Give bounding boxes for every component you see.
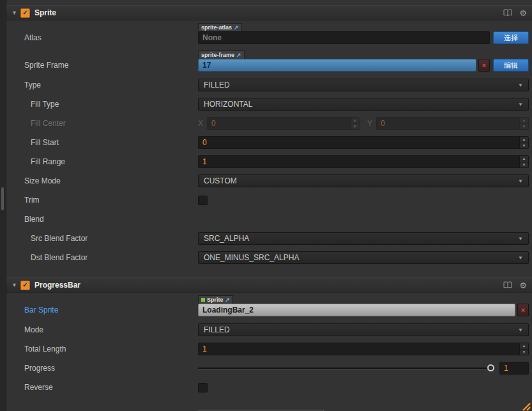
sprite-enabled-checkbox[interactable]: ✓ — [20, 8, 30, 18]
step-down-button[interactable]: ▼ — [351, 124, 359, 130]
close-icon: × — [521, 306, 525, 314]
bar-sprite-reference-field[interactable]: LoadingBar_2 — [198, 304, 515, 316]
progress-value-field[interactable]: 1 — [499, 362, 529, 375]
chevron-down-icon: ▼ — [518, 178, 523, 184]
sprite-frame-label: Sprite Frame — [6, 59, 198, 72]
fill-center-row: Fill Center X 0 ▲ ▼ Y 0 ▲ ▼ — [6, 114, 532, 133]
size-mode-row: Size Mode CUSTOM ▼ — [6, 171, 532, 190]
fill-center-y-field[interactable]: 0 ▲ ▼ — [376, 117, 529, 130]
mode-label: Mode — [6, 325, 198, 334]
dst-blend-factor-row: Dst Blend Factor ONE_MINUS_SRC_ALPHA ▼ — [6, 248, 532, 267]
step-up-button[interactable]: ▲ — [520, 156, 528, 162]
total-length-field[interactable]: 1 ▲ ▼ — [198, 343, 529, 355]
trim-checkbox[interactable]: ✓ — [198, 196, 208, 205]
gear-icon[interactable]: ⚙ — [519, 281, 527, 290]
fill-type-dropdown[interactable]: HORIZONTAL ▼ — [198, 98, 529, 111]
total-length-label: Total Length — [6, 345, 198, 353]
type-dropdown[interactable]: FILLED ▼ — [198, 79, 529, 91]
mode-dropdown[interactable]: FILLED ▼ — [198, 323, 529, 336]
src-blend-factor-dropdown[interactable]: SRC_ALPHA ▼ — [198, 232, 529, 245]
dst-blend-factor-dropdown[interactable]: ONE_MINUS_SRC_ALPHA ▼ — [198, 251, 529, 264]
check-icon: ✓ — [22, 282, 27, 288]
bar-sprite-clear-button[interactable]: × — [517, 304, 529, 316]
inspector-panel: ▼ ✓ Sprite ⚙ Atlas sprite-atlas ↗ — [0, 0, 532, 411]
fill-center-x-field[interactable]: 0 ▲ ▼ — [207, 117, 360, 130]
src-blend-factor-row: Src Blend Factor SRC_ALPHA ▼ — [6, 229, 532, 248]
external-link-icon[interactable]: ↗ — [236, 52, 241, 58]
step-up-button[interactable]: ▲ — [520, 118, 528, 124]
fill-range-value: 1 — [199, 156, 519, 167]
atlas-label: Atlas — [6, 31, 198, 44]
total-length-value: 1 — [199, 343, 519, 355]
dst-blend-factor-label: Dst Blend Factor — [6, 253, 198, 262]
atlas-select-button[interactable]: 选择 — [493, 31, 529, 44]
badge-text: sprite-frame — [201, 52, 234, 58]
atlas-asset-value: None — [202, 33, 222, 42]
fill-range-field[interactable]: 1 ▲ ▼ — [198, 155, 529, 168]
foldout-arrow-icon[interactable]: ▼ — [11, 10, 20, 16]
slider-handle[interactable] — [487, 364, 494, 371]
stepper: ▲ ▼ — [519, 156, 528, 167]
type-row: Type FILLED ▼ — [6, 75, 532, 95]
blend-label: Blend — [6, 215, 198, 224]
step-down-button[interactable]: ▼ — [520, 124, 528, 130]
inspector-content: ▼ ✓ Sprite ⚙ Atlas sprite-atlas ↗ — [6, 0, 532, 411]
fill-start-field[interactable]: 0 ▲ ▼ — [198, 136, 529, 149]
foldout-arrow-icon[interactable]: ▼ — [11, 282, 20, 288]
fill-start-row: Fill Start 0 ▲ ▼ — [6, 133, 532, 152]
progress-slider[interactable] — [198, 362, 494, 375]
bar-sprite-label: Bar Sprite — [6, 304, 198, 316]
size-mode-dropdown[interactable]: CUSTOM ▼ — [198, 174, 529, 187]
reverse-row: Reverse ✓ — [6, 378, 532, 397]
fill-type-label: Fill Type — [6, 100, 198, 109]
step-down-button[interactable]: ▼ — [520, 143, 528, 149]
sprite-frame-asset-field[interactable]: 17 — [198, 59, 476, 72]
step-up-button[interactable]: ▲ — [351, 118, 359, 124]
sprite-frame-edit-button[interactable]: 编辑 — [493, 59, 529, 72]
progressbar-enabled-checkbox[interactable]: ✓ — [20, 281, 30, 290]
stepper: ▲ ▼ — [519, 343, 528, 355]
atlas-asset-field[interactable]: None — [198, 31, 490, 44]
mode-row: Mode FILLED ▼ — [6, 320, 532, 339]
type-label: Type — [6, 81, 198, 89]
scrollbar-handle[interactable] — [1, 187, 4, 210]
step-up-button[interactable]: ▲ — [520, 137, 528, 143]
sprite-component-header[interactable]: ▼ ✓ Sprite ⚙ — [6, 5, 532, 20]
sprite-frame-asset-value: 17 — [202, 61, 211, 70]
component-color-icon — [201, 298, 205, 302]
sprite-atlas-type-badge[interactable]: sprite-atlas ↗ — [198, 23, 242, 31]
fill-center-x-value: 0 — [208, 118, 350, 129]
bar-sprite-reference-value: LoadingBar_2 — [202, 306, 254, 314]
slider-track[interactable] — [198, 368, 494, 369]
bar-sprite-row: Bar Sprite Sprite ↗ LoadingBar_2 × — [6, 295, 532, 316]
fill-range-label: Fill Range — [6, 157, 198, 166]
badge-text: Sprite — [207, 297, 224, 303]
fill-center-y-value: 0 — [377, 118, 519, 129]
sprite-frame-type-badge[interactable]: sprite-frame ↗ — [198, 50, 245, 59]
help-doc-icon[interactable] — [503, 9, 512, 17]
src-blend-factor-value: SRC_ALPHA — [204, 234, 518, 243]
chevron-down-icon: ▼ — [518, 102, 523, 107]
close-icon: × — [482, 61, 486, 69]
fill-start-label: Fill Start — [6, 138, 198, 147]
help-doc-icon[interactable] — [503, 281, 512, 289]
sprite-frame-clear-button[interactable]: × — [478, 59, 490, 72]
reverse-checkbox[interactable]: ✓ — [198, 383, 208, 392]
step-down-button[interactable]: ▼ — [520, 162, 528, 168]
total-length-row: Total Length 1 ▲ ▼ — [6, 339, 532, 359]
progressbar-component-header[interactable]: ▼ ✓ ProgressBar ⚙ — [6, 277, 532, 293]
step-up-button[interactable]: ▲ — [520, 343, 528, 350]
resize-grip-icon[interactable] — [520, 401, 531, 411]
dst-blend-factor-value: ONE_MINUS_SRC_ALPHA — [204, 253, 518, 262]
gear-icon[interactable]: ⚙ — [519, 9, 527, 17]
external-link-icon[interactable]: ↗ — [234, 24, 239, 31]
sprite-component-type-badge[interactable]: Sprite ↗ — [198, 295, 233, 304]
panel-scrollbar[interactable] — [0, 0, 6, 411]
external-link-icon[interactable]: ↗ — [225, 297, 231, 303]
y-axis-label: Y — [367, 119, 372, 128]
sprite-component-title: Sprite — [34, 8, 56, 17]
mode-value: FILLED — [204, 325, 518, 334]
size-mode-label: Size Mode — [6, 176, 198, 185]
step-down-button[interactable]: ▼ — [520, 350, 528, 355]
stepper: ▲ ▼ — [519, 118, 528, 129]
